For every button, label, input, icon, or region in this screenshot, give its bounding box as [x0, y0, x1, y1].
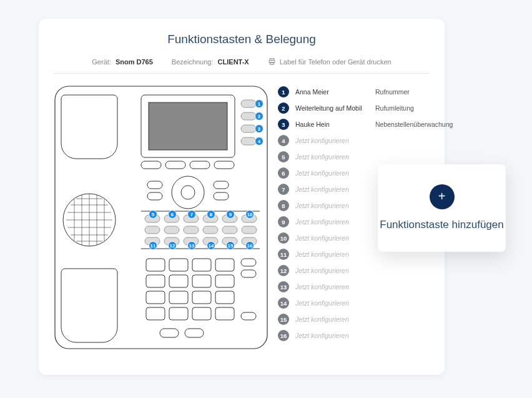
- svg-rect-65: [146, 307, 165, 320]
- key-number-badge: 2: [278, 102, 289, 114]
- device-info: Gerät: Snom D765: [92, 58, 153, 66]
- diagram-key-badge: 16: [245, 241, 254, 250]
- svg-rect-70: [241, 270, 256, 277]
- add-function-key-label: Funktionstaste hinzufügen: [380, 218, 503, 232]
- function-key-row[interactable]: 3Hauke HeinNebenstellenüberwachung: [278, 116, 453, 132]
- function-key-row[interactable]: 4Jetzt konfigurieren: [278, 132, 453, 149]
- svg-rect-44: [222, 226, 237, 234]
- key-number-badge: 6: [278, 167, 289, 179]
- svg-rect-62: [169, 291, 188, 304]
- name-info: Bezeichnung: CLIENT-X: [172, 58, 249, 66]
- key-configure-link[interactable]: Jetzt konfigurieren: [295, 234, 375, 242]
- svg-rect-67: [192, 307, 211, 320]
- svg-rect-59: [192, 275, 211, 287]
- key-configure-link[interactable]: Jetzt konfigurieren: [295, 251, 375, 258]
- diagram-key-badge: 6: [168, 210, 177, 219]
- diagram-key-badge: 5: [149, 210, 157, 219]
- page-title: Funktionstasten & Belegung: [54, 32, 430, 46]
- key-type: Nebenstellenüberwachung: [375, 121, 453, 128]
- svg-rect-18: [149, 102, 227, 150]
- key-number-badge: 15: [278, 314, 289, 325]
- key-type: Rufumleitung: [375, 104, 414, 112]
- svg-rect-60: [215, 275, 234, 287]
- device-info-row: Gerät: Snom D765 Bezeichnung: CLIENT-X L…: [54, 57, 430, 74]
- diagram-key-badge: 12: [168, 241, 177, 250]
- key-number-badge: 16: [278, 330, 289, 341]
- function-key-row[interactable]: 14Jetzt konfigurieren: [278, 295, 453, 311]
- svg-rect-53: [146, 259, 165, 271]
- key-number-badge: 4: [278, 135, 289, 146]
- key-configure-link[interactable]: Jetzt konfigurieren: [295, 218, 375, 226]
- diagram-key-badge: 4: [255, 137, 264, 146]
- key-number-badge: 13: [278, 281, 289, 292]
- device-value: Snom D765: [116, 58, 153, 66]
- function-key-row[interactable]: 1Anna MeierRufnummer: [278, 84, 453, 100]
- key-configure-link[interactable]: Jetzt konfigurieren: [295, 169, 375, 177]
- key-type: Rufnummer: [375, 88, 410, 96]
- svg-point-28: [181, 186, 195, 199]
- svg-rect-64: [215, 291, 234, 304]
- svg-rect-54: [169, 259, 188, 271]
- diagram-key-badge: 3: [255, 124, 264, 133]
- function-key-row[interactable]: 5Jetzt konfigurieren: [278, 149, 453, 165]
- key-number-badge: 3: [278, 119, 289, 130]
- svg-rect-42: [184, 226, 199, 234]
- diagram-key-badge: 7: [187, 210, 196, 219]
- svg-rect-57: [146, 275, 165, 287]
- function-key-row[interactable]: 13Jetzt konfigurieren: [278, 279, 453, 295]
- printer-icon: [268, 57, 276, 66]
- svg-rect-26: [214, 161, 234, 169]
- svg-rect-32: [214, 192, 229, 200]
- print-label-link[interactable]: Label für Telefon oder Gerät drucken: [268, 57, 392, 66]
- phone-diagram: 12345678910111213141516: [54, 81, 269, 352]
- svg-rect-45: [242, 226, 257, 234]
- svg-rect-30: [147, 192, 162, 200]
- print-label-text: Label für Telefon oder Gerät drucken: [280, 58, 392, 66]
- svg-rect-22: [241, 137, 256, 145]
- svg-rect-56: [215, 259, 234, 271]
- svg-rect-19: [241, 100, 256, 107]
- key-number-badge: 7: [278, 184, 289, 195]
- svg-rect-25: [190, 161, 210, 169]
- function-key-row[interactable]: 16Jetzt konfigurieren: [278, 327, 453, 344]
- key-configure-link[interactable]: Jetzt konfigurieren: [295, 137, 375, 144]
- function-key-row[interactable]: 2Weiterleitung auf MobilRufumleitung: [278, 100, 453, 116]
- key-configure-link[interactable]: Jetzt konfigurieren: [295, 283, 375, 291]
- add-function-key-card[interactable]: + Funktionstaste hinzufügen: [378, 164, 506, 252]
- svg-rect-23: [141, 161, 161, 169]
- diagram-key-badge: 8: [207, 210, 215, 219]
- diagram-key-badge: 15: [226, 241, 235, 250]
- svg-rect-21: [241, 125, 256, 132]
- diagram-key-badge: 1: [255, 99, 264, 108]
- svg-rect-55: [192, 259, 211, 271]
- key-configure-link[interactable]: Jetzt konfigurieren: [295, 202, 375, 209]
- key-number-badge: 8: [278, 200, 289, 211]
- key-label: Weiterleitung auf Mobil: [295, 104, 375, 112]
- diagram-key-badge: 13: [187, 241, 196, 250]
- key-number-badge: 10: [278, 232, 289, 244]
- svg-rect-69: [241, 259, 256, 266]
- key-number-badge: 5: [278, 151, 289, 162]
- device-label: Gerät:: [92, 58, 111, 66]
- diagram-key-badge: 14: [207, 241, 215, 250]
- key-configure-link[interactable]: Jetzt konfigurieren: [295, 316, 375, 323]
- svg-rect-43: [203, 226, 218, 234]
- key-configure-link[interactable]: Jetzt konfigurieren: [295, 299, 375, 307]
- function-key-row[interactable]: 15Jetzt konfigurieren: [278, 311, 453, 327]
- svg-rect-68: [215, 307, 234, 320]
- function-key-row[interactable]: 12Jetzt konfigurieren: [278, 262, 453, 279]
- key-configure-link[interactable]: Jetzt konfigurieren: [295, 267, 375, 274]
- plus-icon: +: [430, 184, 455, 209]
- key-configure-link[interactable]: Jetzt konfigurieren: [295, 332, 375, 339]
- key-number-badge: 1: [278, 86, 289, 97]
- key-number-badge: 9: [278, 216, 289, 227]
- diagram-key-badge: 9: [226, 210, 235, 219]
- svg-rect-72: [160, 329, 179, 337]
- key-number-badge: 12: [278, 265, 289, 276]
- key-configure-link[interactable]: Jetzt konfigurieren: [295, 186, 375, 193]
- key-configure-link[interactable]: Jetzt konfigurieren: [295, 153, 375, 161]
- svg-rect-61: [146, 291, 165, 304]
- svg-rect-29: [147, 181, 162, 189]
- key-label: Hauke Hein: [295, 121, 375, 128]
- svg-rect-71: [241, 312, 256, 320]
